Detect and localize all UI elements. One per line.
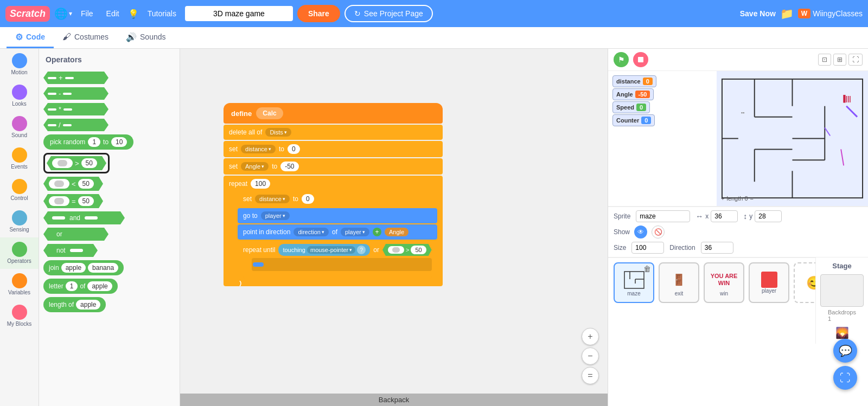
edit-menu[interactable]: Edit (102, 7, 124, 20)
project-name-input[interactable] (185, 6, 293, 21)
sprite-name-input[interactable] (636, 210, 690, 222)
chat-icon: 💬 (839, 344, 852, 357)
category-motion[interactable]: Motion (0, 49, 39, 80)
category-motion-label: Motion (11, 69, 27, 76)
op-multiply-block[interactable]: * (43, 103, 175, 115)
set-angle-block[interactable]: set Angle ▾ to -50 (224, 158, 443, 175)
op-not-block[interactable]: not (43, 244, 175, 257)
stage-normal-button[interactable]: ⊞ (833, 54, 846, 66)
direction-input[interactable] (701, 242, 733, 254)
blocks-panel-header: Operators (43, 53, 175, 66)
set-distance-inner-block[interactable]: set distance ▾ to 0 (238, 191, 437, 207)
define-calc-block[interactable]: define Calc (224, 103, 443, 124)
tab-costumes[interactable]: 🖌 Costumes (54, 28, 117, 48)
user-area[interactable]: W WiingyClasses (798, 9, 863, 18)
sprite-thumbnails: 🗑 maze 🚪 (608, 257, 815, 344)
hide-button[interactable]: 🚫 (652, 225, 665, 239)
tab-code[interactable]: ⚙ Code (7, 28, 54, 48)
globe-button[interactable]: 🌐 ▾ (54, 7, 72, 20)
see-project-button[interactable]: ↻ See Project Page (344, 5, 433, 22)
category-variables[interactable]: Variables (0, 269, 39, 300)
go-to-player-block[interactable]: go to player ▾ (238, 208, 437, 223)
var-speed-monitor: Speed 0 (612, 101, 650, 113)
backpack-bar[interactable]: Backpack (180, 394, 608, 406)
svg-rect-16 (624, 272, 644, 288)
sprite-thumb-win[interactable]: YOU AREWIN win (704, 262, 744, 303)
move-steps-block[interactable] (253, 262, 264, 267)
stage-canvas: distance 0 Angle -50 Speed 0 Counter 0 D… (608, 71, 868, 207)
stage-small-button[interactable]: ⊡ (818, 54, 831, 66)
sprite-x-input[interactable] (711, 210, 738, 222)
op-join-block[interactable]: join apple banana (43, 260, 175, 275)
sprite-thumb-win-label: win (720, 291, 728, 297)
stop-icon (638, 57, 643, 62)
add-sprite-button[interactable]: 😊 (794, 262, 815, 303)
chat-button[interactable]: 💬 (833, 339, 857, 363)
op-greater-block[interactable]: > 50 (43, 153, 175, 173)
sound-dot (12, 116, 27, 131)
category-sensing[interactable]: Sensing (0, 206, 39, 237)
sprite-thumb-player[interactable]: player (749, 262, 789, 303)
svg-line-12 (825, 128, 830, 136)
delete-all-block[interactable]: delete all of Dists ▾ (224, 125, 443, 140)
sprite-y-coord: ↕ y (743, 210, 782, 222)
save-now-button[interactable]: Save Now (740, 9, 776, 18)
tab-sounds[interactable]: 🔊 Sounds (117, 28, 174, 48)
variables-dot (12, 273, 27, 288)
category-events-label: Events (11, 164, 28, 170)
show-label: Show (614, 228, 630, 236)
category-control[interactable]: Control (0, 175, 39, 206)
repeat-until-block[interactable]: repeat until touching mouse-pointer ▾ ? … (238, 241, 437, 279)
zoom-in-button[interactable]: + (582, 328, 599, 345)
svg-line-11 (846, 106, 857, 117)
category-operators[interactable]: Operators (0, 237, 39, 269)
control-dot (12, 179, 27, 194)
green-flag-button[interactable]: ⚑ (614, 52, 629, 67)
sounds-icon: 🔊 (126, 32, 137, 42)
sprite-y-input[interactable] (755, 210, 782, 222)
category-events[interactable]: Events (0, 143, 39, 175)
op-and-block[interactable]: and (43, 211, 175, 224)
op-divide-block[interactable]: / (43, 119, 175, 131)
sprite-thumb-exit[interactable]: 🚪 exit (659, 262, 699, 303)
tutorials-menu[interactable]: Tutorials (143, 7, 181, 20)
op-equals-block[interactable]: = 50 (43, 194, 175, 208)
op-minus-block[interactable]: - (43, 87, 175, 100)
category-looks[interactable]: Looks (0, 80, 39, 112)
op-or-block[interactable]: or (43, 228, 175, 241)
repeat-100-block[interactable]: repeat 100 set distance ▾ to 0 go to pla… (224, 176, 443, 286)
sprite-thumb-maze[interactable]: 🗑 maze (614, 262, 654, 303)
stage-thumbnail[interactable] (820, 274, 864, 307)
plus-button[interactable]: + (373, 228, 381, 236)
script-define-calc: define Calc delete all of Dists ▾ set di… (224, 103, 443, 287)
category-myblocks[interactable]: My Blocks (0, 300, 39, 332)
scratch-logo[interactable]: Scratch (5, 6, 50, 22)
stage-fullscreen-button[interactable]: ⛶ (848, 54, 863, 66)
folder-icon[interactable]: 📁 (780, 7, 794, 20)
expand-button[interactable]: ⛶ (833, 366, 857, 390)
size-input[interactable] (631, 242, 664, 254)
maze-preview: ▐||| ▪▪ + length 0 = (717, 71, 868, 206)
zoom-reset-button[interactable]: = (582, 367, 599, 384)
set-distance-block[interactable]: set distance ▾ to 0 (224, 141, 443, 157)
code-editor[interactable]: define Calc delete all of Dists ▾ set di… (180, 49, 608, 406)
add-backdrop-button[interactable]: 🌄 (835, 326, 849, 339)
motion-dot (12, 53, 27, 68)
stop-button[interactable] (633, 52, 648, 67)
op-random-block[interactable]: pick random 1 to 10 (43, 134, 175, 150)
category-sound[interactable]: Sound (0, 112, 39, 143)
op-plus-block[interactable]: + (43, 72, 175, 84)
share-button[interactable]: Share (297, 5, 340, 22)
file-menu[interactable]: File (76, 7, 98, 20)
point-in-direction-block[interactable]: point in direction direction ▾ of player… (238, 224, 437, 240)
op-less-block[interactable]: < 50 (43, 177, 175, 191)
player-thumbnail-image (761, 272, 777, 288)
svg-line-13 (841, 149, 844, 165)
events-dot (12, 147, 27, 163)
sprite-delete-maze[interactable]: 🗑 (643, 265, 651, 273)
show-button[interactable]: 👁 (634, 225, 647, 239)
op-letter-block[interactable]: letter 1 of apple (43, 279, 175, 294)
op-length-block[interactable]: length of apple (43, 297, 175, 312)
globe-icon: 🌐 (54, 7, 68, 20)
zoom-out-button[interactable]: − (582, 347, 599, 365)
